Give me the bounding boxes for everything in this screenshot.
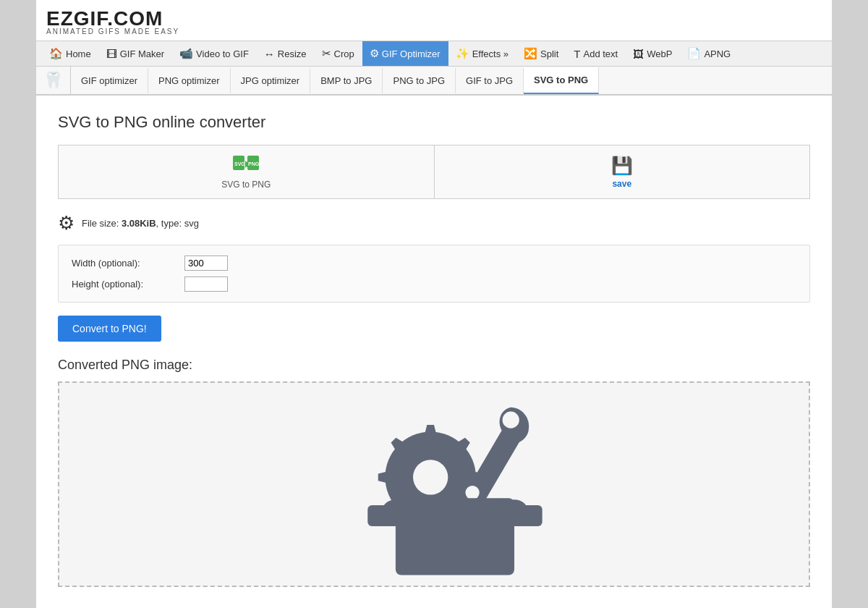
main-nav: 🏠 Home 🎞 GIF Maker 📹 Video to GIF ↔ Resi… (36, 41, 832, 67)
convert-button[interactable]: Convert to PNG! (58, 316, 161, 342)
converted-title: Converted PNG image: (58, 358, 810, 373)
nav-home[interactable]: 🏠 Home (42, 41, 99, 66)
subnav-logo-icon: 🦷 (43, 71, 63, 90)
svg-png-icon: SVG PNG (233, 154, 259, 177)
save-btn[interactable]: 💾 save (435, 145, 810, 198)
subnav-png-optimizer[interactable]: PNG optimizer (148, 68, 231, 93)
nav-add-text-label: Add text (584, 48, 618, 59)
height-label: Height (optional): (72, 279, 180, 290)
nav-resize[interactable]: ↔ Resize (257, 41, 315, 66)
svg-text:SVG: SVG (234, 161, 245, 166)
file-thumb-icon: ⚙ (58, 212, 75, 235)
svg-point-13 (382, 499, 410, 525)
svg-rect-10 (396, 498, 514, 575)
nav-crop-label: Crop (334, 48, 354, 59)
save-btn-label: save (612, 179, 631, 189)
nav-video-to-gif[interactable]: 📹 Video to GIF (172, 41, 257, 66)
nav-gif-optimizer-label: GIF Optimizer (382, 48, 441, 59)
nav-home-label: Home (66, 48, 91, 59)
subnav-gif-to-jpg[interactable]: GIF to JPG (456, 68, 524, 93)
gif-maker-icon: 🎞 (106, 48, 117, 60)
svg-point-14 (501, 499, 529, 525)
nav-gif-maker[interactable]: 🎞 GIF Maker (99, 41, 172, 66)
file-size-text: File size: 3.08KiB, type: svg (82, 218, 199, 229)
nav-video-label: Video to GIF (196, 48, 249, 59)
nav-split-label: Split (540, 48, 558, 59)
svg-point-9 (465, 486, 479, 499)
height-input[interactable] (184, 276, 228, 292)
subnav-logo: 🦷 (36, 67, 71, 94)
text-icon: T (574, 48, 580, 60)
nav-webp[interactable]: 🖼 WebP (626, 41, 680, 66)
page-title: SVG to PNG online converter (58, 113, 810, 132)
dimensions-box: Width (optional): Height (optional): (58, 245, 810, 303)
apng-icon: 📄 (687, 47, 701, 60)
logo-sub-text: ANIMATED GIFS MADE EASY (46, 28, 179, 35)
webp-icon: 🖼 (633, 48, 644, 60)
optimizer-icon: ⚙ (370, 47, 379, 60)
subnav-bmp-to-jpg[interactable]: BMP to JPG (310, 68, 383, 93)
crop-icon: ✂ (322, 47, 331, 60)
subnav-svg-to-png[interactable]: SVG to PNG (524, 67, 599, 94)
sub-nav: 🦷 GIF optimizer PNG optimizer JPG optimi… (36, 67, 832, 96)
preview-image (311, 383, 557, 586)
nav-effects[interactable]: ✨ Effects » (448, 41, 516, 66)
nav-effects-label: Effects » (472, 48, 509, 59)
home-icon: 🏠 (49, 47, 63, 60)
nav-gif-optimizer[interactable]: ⚙ GIF Optimizer (362, 41, 448, 66)
video-icon: 📹 (179, 47, 193, 60)
nav-apng[interactable]: 📄 APNG (680, 41, 739, 66)
subnav-jpg-optimizer[interactable]: JPG optimizer (231, 68, 311, 93)
subnav-gif-optimizer[interactable]: GIF optimizer (71, 68, 148, 93)
split-icon: 🔀 (524, 47, 537, 60)
svg-point-7 (413, 460, 448, 494)
resize-icon: ↔ (264, 48, 275, 60)
width-row: Width (optional): (72, 256, 796, 271)
nav-gif-maker-label: GIF Maker (120, 48, 164, 59)
nav-webp-label: WebP (647, 48, 672, 59)
subnav-png-to-jpg[interactable]: PNG to JPG (383, 68, 456, 93)
file-info: ⚙ File size: 3.08KiB, type: svg (58, 212, 810, 235)
height-row: Height (optional): (72, 276, 796, 292)
save-icon: 💾 (611, 156, 633, 176)
svg-point-8 (503, 412, 519, 428)
main-content: SVG to PNG online converter SVG PNG SVG … (36, 96, 832, 604)
nav-resize-label: Resize (278, 48, 307, 59)
nav-split[interactable]: 🔀 Split (516, 41, 566, 66)
svg-to-png-btn[interactable]: SVG PNG SVG to PNG (59, 145, 435, 198)
width-label: Width (optional): (72, 258, 180, 269)
nav-apng-label: APNG (704, 48, 731, 59)
effects-icon: ✨ (456, 47, 469, 60)
nav-crop[interactable]: ✂ Crop (315, 41, 362, 66)
tool-buttons: SVG PNG SVG to PNG 💾 save (58, 145, 810, 199)
width-input[interactable] (184, 256, 228, 271)
svg-text:PNG: PNG (248, 161, 259, 166)
converted-image-box (58, 381, 810, 587)
nav-add-text[interactable]: T Add text (566, 41, 626, 66)
site-logo[interactable]: EZGIF.COM ANIMATED GIFS MADE EASY (46, 7, 179, 35)
svg-to-png-btn-label: SVG to PNG (221, 180, 271, 190)
